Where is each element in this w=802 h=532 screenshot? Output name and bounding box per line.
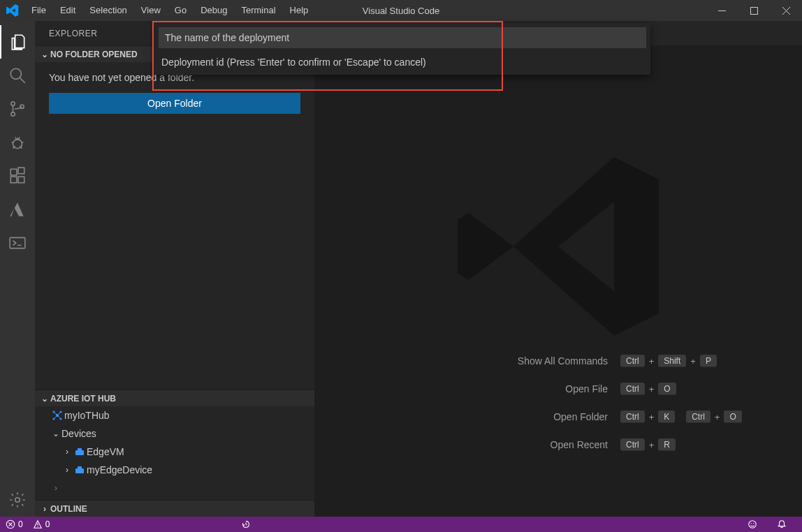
chevron-down-icon: ⌄ <box>39 394 50 404</box>
activity-extensions[interactable] <box>0 159 35 193</box>
menu-bar: File Edit Selection View Go Debug Termin… <box>24 0 315 21</box>
status-history[interactable] <box>241 519 251 529</box>
menu-selection[interactable]: Selection <box>82 0 133 21</box>
edge-device-icon <box>73 464 87 475</box>
azure-iot-tree: myIoTHub ⌄ Devices › EdgeVM › <box>35 406 314 500</box>
status-notifications[interactable] <box>777 519 787 529</box>
menu-debug[interactable]: Debug <box>194 0 234 21</box>
svg-rect-9 <box>10 177 17 183</box>
key-ctrl: Ctrl <box>620 438 645 451</box>
status-error-count: 0 <box>18 519 23 529</box>
warning-icon <box>33 519 43 529</box>
status-bar: 0 0 <box>0 517 802 532</box>
tree-iothub-label: myIoTHub <box>64 410 110 421</box>
shortcut-show-commands: Show All Commands Ctrl+ Shift+ P <box>377 355 739 367</box>
svg-point-27 <box>751 523 752 524</box>
minimize-button[interactable] <box>706 0 738 21</box>
svg-point-26 <box>749 521 757 529</box>
vscode-watermark-icon <box>446 135 670 358</box>
tree-devices[interactable]: ⌄ Devices <box>35 424 314 443</box>
maximize-button[interactable] <box>738 0 770 21</box>
menu-help[interactable]: Help <box>283 0 316 21</box>
menu-edit[interactable]: Edit <box>53 0 82 21</box>
activity-source-control[interactable] <box>0 92 35 126</box>
activity-bar <box>0 21 35 517</box>
svg-point-28 <box>753 523 754 524</box>
tree-devices-label: Devices <box>61 428 96 439</box>
key-o: O <box>658 383 676 395</box>
command-input-field-wrapper <box>159 27 646 48</box>
activity-explorer[interactable] <box>0 25 35 59</box>
no-folder-section-label: NO FOLDER OPENED <box>50 50 138 59</box>
deployment-name-input[interactable] <box>165 32 640 43</box>
tree-device-edgevm[interactable]: › EdgeVM <box>35 443 314 461</box>
svg-rect-8 <box>10 169 17 175</box>
chevron-right-icon: › <box>61 465 73 475</box>
status-errors[interactable]: 0 <box>6 519 23 529</box>
status-warning-count: 0 <box>45 519 50 529</box>
vscode-watermark <box>446 135 670 358</box>
command-input-hint: Deployment id (Press 'Enter' to confirm … <box>154 52 650 75</box>
shortcut-open-file: Open File Ctrl+ O <box>377 383 739 395</box>
chevron-right-icon: › <box>39 504 50 514</box>
tree-iothub[interactable]: myIoTHub <box>35 406 314 424</box>
activity-settings[interactable] <box>0 483 35 517</box>
activity-debug[interactable] <box>0 126 35 159</box>
svg-point-4 <box>11 102 15 105</box>
window-title: Visual Studio Code <box>363 6 439 16</box>
svg-rect-1 <box>750 7 757 14</box>
svg-point-5 <box>11 112 15 116</box>
svg-rect-21 <box>75 468 84 473</box>
activity-powershell[interactable] <box>0 226 35 260</box>
command-input-palette: Deployment id (Press 'Enter' to confirm … <box>154 23 650 75</box>
tree-device-label: EdgeVM <box>87 446 124 457</box>
menu-view[interactable]: View <box>134 0 168 21</box>
svg-point-2 <box>10 68 21 79</box>
tree-device-label: myEdgeDevice <box>87 464 152 475</box>
key-k: K <box>658 411 675 423</box>
shortcut-label: Open File <box>377 383 608 394</box>
key-shift: Shift <box>658 355 686 367</box>
shortcut-label: Open Recent <box>377 439 608 450</box>
edge-device-icon <box>73 446 87 457</box>
outline-section-header[interactable]: › OUTLINE <box>35 500 314 517</box>
key-r: R <box>658 438 676 451</box>
open-folder-button[interactable]: Open Folder <box>49 93 300 114</box>
iothub-icon <box>50 410 64 421</box>
shortcut-label: Open Folder <box>377 411 608 422</box>
svg-rect-11 <box>18 168 24 174</box>
azure-iot-hub-section-header[interactable]: ⌄ AZURE IOT HUB <box>35 390 314 406</box>
svg-point-25 <box>37 526 38 527</box>
close-button[interactable] <box>770 0 802 21</box>
svg-point-13 <box>15 498 20 503</box>
azure-iot-hub-label: AZURE IOT HUB <box>50 394 116 404</box>
chevron-down-icon: ⌄ <box>39 50 50 59</box>
smiley-icon <box>748 519 757 529</box>
welcome-shortcuts: Show All Commands Ctrl+ Shift+ P Open Fi… <box>314 355 802 451</box>
status-warnings[interactable]: 0 <box>33 519 50 529</box>
chevron-right-icon: › <box>50 483 61 493</box>
editor-area: Show All Commands Ctrl+ Shift+ P Open Fi… <box>314 21 802 517</box>
svg-rect-20 <box>78 448 82 451</box>
svg-line-3 <box>20 77 25 83</box>
svg-rect-0 <box>718 10 726 11</box>
menu-go[interactable]: Go <box>168 0 194 21</box>
activity-azure[interactable] <box>0 193 35 226</box>
bell-icon <box>777 519 787 529</box>
chevron-right-icon: › <box>61 447 73 457</box>
shortcut-open-recent: Open Recent Ctrl+ R <box>377 438 739 451</box>
key-ctrl: Ctrl <box>620 383 645 395</box>
status-feedback[interactable] <box>748 519 757 529</box>
svg-rect-19 <box>75 450 84 455</box>
tree-device-myedgedevice[interactable]: › myEdgeDevice <box>35 461 314 479</box>
key-ctrl: Ctrl <box>620 411 645 423</box>
activity-search[interactable] <box>0 59 35 92</box>
svg-rect-12 <box>10 237 25 248</box>
key-o: O <box>724 411 741 423</box>
chevron-down-icon: ⌄ <box>50 429 61 438</box>
tree-row-label <box>61 482 64 494</box>
tree-row-hidden[interactable]: › <box>35 479 314 497</box>
error-icon <box>6 519 15 529</box>
menu-terminal[interactable]: Terminal <box>234 0 282 21</box>
menu-file[interactable]: File <box>24 0 53 21</box>
